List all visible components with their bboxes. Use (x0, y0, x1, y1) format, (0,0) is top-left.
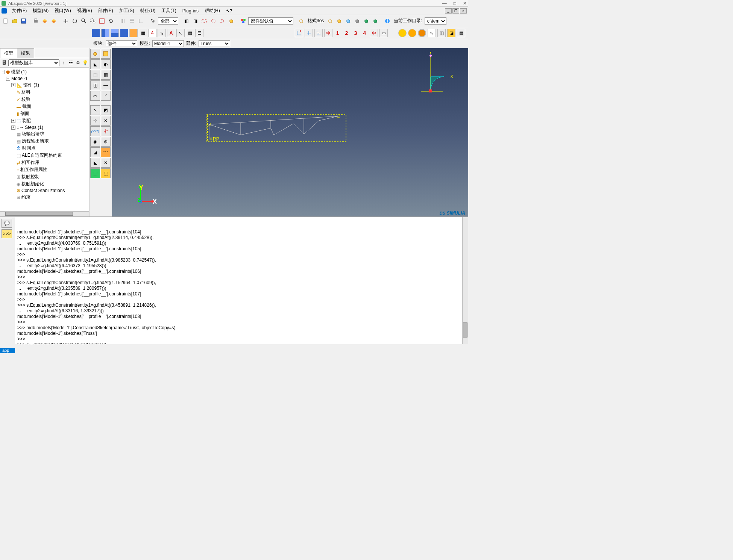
menu-file[interactable]: 文件(F) (9, 7, 30, 15)
info-button[interactable]: i (383, 17, 392, 25)
view-3-label[interactable]: 3 (352, 30, 359, 36)
viewport-close-button[interactable]: × (460, 8, 467, 14)
tree-item[interactable]: Contact Stabilizations (21, 188, 65, 193)
render5-button[interactable] (362, 17, 370, 25)
sphere2-icon[interactable] (408, 29, 416, 37)
text-button[interactable]: A (167, 29, 175, 37)
grid2-button[interactable] (128, 17, 136, 25)
viewport-minimize-button[interactable]: _ (445, 8, 452, 14)
wire-button[interactable]: — (101, 80, 111, 90)
model-tree[interactable]: −⬢模型 (1) −Model-1 +📐部件 (1) ✎材料 ✓校验 ▬截面 ▮… (0, 68, 89, 211)
tab-results[interactable]: 结果 (17, 48, 34, 58)
sphere1-icon[interactable] (398, 29, 407, 37)
sweep-button[interactable]: ⬚ (90, 70, 100, 80)
view-cube[interactable]: Y X (419, 52, 453, 102)
view-cycle-button[interactable] (370, 29, 378, 37)
expander-icon[interactable]: − (6, 77, 10, 81)
menu-viewport[interactable]: 视口(W) (52, 7, 74, 15)
prev-button[interactable]: ◧ (182, 17, 190, 25)
loft-button[interactable]: ▦ (101, 70, 111, 80)
zoom-box-button[interactable] (89, 17, 97, 25)
tree-bulb-icon[interactable]: 💡 (82, 60, 88, 66)
render2-button[interactable] (335, 17, 343, 25)
tree-item[interactable]: 截面 (22, 103, 31, 110)
tree-up-icon[interactable]: ↑ (61, 60, 67, 66)
tree-item[interactable]: Steps (1) (25, 125, 43, 130)
maximize-button[interactable]: □ (454, 1, 456, 6)
mesh1-button[interactable]: ⬚ (90, 168, 100, 178)
workdir-select[interactable]: c:\temp (425, 17, 446, 25)
color-button[interactable] (239, 17, 247, 25)
grid1-button[interactable] (119, 17, 127, 25)
vp4-button[interactable] (120, 29, 128, 37)
save-button[interactable] (20, 17, 28, 25)
zoom-button[interactable] (80, 17, 88, 25)
viewport[interactable]: Y X ✕ RP (112, 48, 468, 216)
tree-item[interactable]: 相互作用属性 (20, 166, 47, 173)
datum2-button[interactable]: ✕ (101, 116, 111, 126)
menu-part[interactable]: 部件(P) (95, 7, 116, 15)
tree-item[interactable]: 时间点 (22, 145, 36, 151)
revolve-button[interactable]: ◐ (101, 59, 111, 69)
view-4-label[interactable]: 4 (361, 30, 368, 36)
menu-tools[interactable]: 工具(T) (158, 7, 179, 15)
tree-item[interactable]: 相互作用 (21, 159, 39, 166)
ref-button[interactable]: ◉ (90, 137, 100, 147)
menu-model[interactable]: 模型(M) (30, 7, 52, 15)
open-button[interactable] (11, 17, 19, 25)
tab-model[interactable]: 模型 (0, 48, 17, 58)
geom2-button[interactable]: 〰 (101, 147, 111, 157)
render4-button[interactable] (353, 17, 361, 25)
round-button[interactable]: ◜ (101, 91, 111, 101)
create-part-button[interactable] (90, 49, 100, 59)
tree-item[interactable]: 校验 (21, 96, 30, 103)
menu-feature[interactable]: 特征(U) (137, 7, 159, 15)
cut-button[interactable]: ✂ (90, 91, 100, 101)
render6-button[interactable] (371, 17, 379, 25)
expander-icon[interactable]: + (11, 126, 15, 130)
expander-icon[interactable]: − (1, 70, 5, 74)
vp1-button[interactable] (92, 29, 100, 37)
datum-button[interactable]: ⊹ (90, 116, 100, 126)
render1-button[interactable] (326, 17, 334, 25)
viewport-restore-button[interactable]: ❐ (452, 8, 459, 14)
cube-sel-button[interactable] (227, 17, 235, 25)
color-scheme-select[interactable]: 部件默认值 (248, 17, 293, 25)
print-button[interactable] (32, 17, 40, 25)
tree-item[interactable]: 剖面 (20, 110, 29, 117)
vp5-button[interactable] (129, 29, 138, 37)
expander-icon[interactable]: + (11, 83, 15, 87)
grid3-button[interactable] (137, 17, 145, 25)
poly-sel-button[interactable] (218, 17, 226, 25)
circ-sel-button[interactable] (209, 17, 217, 25)
selection-filter-select[interactable]: 全部 (158, 17, 178, 25)
view-save-button[interactable]: ▭ (379, 29, 388, 37)
xyz-button[interactable]: (XYZ) (90, 126, 100, 136)
minimize-button[interactable]: — (442, 1, 447, 6)
render3-button[interactable] (344, 17, 352, 25)
console-cli-button[interactable]: >>> (2, 229, 12, 238)
fit-button[interactable] (98, 17, 106, 25)
tree-item[interactable]: 部件 (1) (23, 82, 39, 88)
menu-view[interactable]: 视图(V) (74, 7, 95, 15)
partition-button[interactable]: ↖ (90, 105, 100, 115)
tree-model[interactable]: Model-1 (11, 76, 27, 81)
tree-item[interactable]: ALE自适应网格约束 (22, 152, 62, 159)
annotation-button[interactable]: A (148, 29, 156, 37)
rect-sel-button[interactable] (200, 17, 208, 25)
csys-xz-button[interactable] (314, 29, 323, 37)
tree-root[interactable]: 模型 (1) (11, 69, 27, 75)
tree-item[interactable]: 材料 (21, 89, 30, 95)
new-button[interactable] (2, 17, 10, 25)
layer2-button[interactable] (50, 17, 58, 25)
proj1-button[interactable] (297, 17, 305, 25)
tree-item[interactable]: 接触控制 (21, 174, 39, 180)
part-manager-button[interactable] (101, 49, 111, 59)
rotate-button[interactable] (71, 17, 79, 25)
geom4-button[interactable]: ✕ (101, 158, 111, 168)
tree-item[interactable]: 场输出请求 (22, 131, 44, 137)
csys-3d-button[interactable] (324, 29, 332, 37)
sphere3-icon[interactable] (418, 29, 426, 37)
mesh2-button[interactable]: ⬚ (101, 168, 111, 178)
part-select[interactable]: Truss (199, 40, 230, 47)
